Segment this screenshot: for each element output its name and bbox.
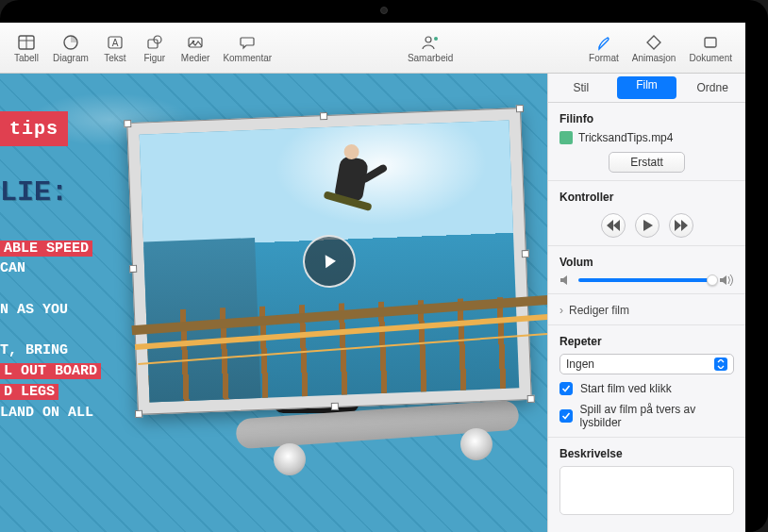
play-button[interactable] xyxy=(635,213,659,238)
fileinfo-row: TricksandTips.mp4 xyxy=(559,131,734,144)
rewind-button[interactable] xyxy=(601,213,626,238)
filename: TricksandTips.mp4 xyxy=(578,131,673,144)
resize-handle[interactable] xyxy=(331,403,339,410)
section-volume: Volum xyxy=(548,246,745,294)
toolbar-label: Diagram xyxy=(53,53,89,63)
svg-rect-6 xyxy=(148,40,158,48)
toolbar-diagram[interactable]: Diagram xyxy=(47,29,94,66)
video-object[interactable] xyxy=(126,108,532,415)
toolbar-format[interactable]: Format xyxy=(583,29,625,66)
volume-max-icon xyxy=(719,274,734,286)
diamond-icon xyxy=(643,32,664,53)
media-icon xyxy=(185,32,206,53)
toolbar-medier[interactable]: Medier xyxy=(175,29,216,66)
toolbar-figur[interactable]: Figur xyxy=(136,29,174,66)
device-frame: Tabell Diagram A Tekst Figur xyxy=(0,0,768,532)
resize-handle[interactable] xyxy=(522,250,529,258)
replace-button[interactable]: Erstatt xyxy=(609,152,685,173)
toolbar-label: Samarbeid xyxy=(408,53,453,63)
slide-canvas[interactable]: tips LIE: ABLE SPEED CAN N AS YOU T, BRI… xyxy=(0,74,547,532)
svg-rect-12 xyxy=(705,38,716,47)
app-window: Tabell Diagram A Tekst Figur xyxy=(0,23,745,532)
select-caret-icon xyxy=(714,357,727,371)
toolbar-label: Kommentar xyxy=(223,53,272,63)
repeat-value: Ingen xyxy=(566,357,594,371)
section-repeat: Repeter Ingen Start film ved klikk xyxy=(548,325,745,438)
resize-handle[interactable] xyxy=(129,265,137,273)
description-title: Beskrivelse xyxy=(559,447,734,460)
toolbar-tabell[interactable]: Tabell xyxy=(8,29,45,66)
toolbar-animasjon[interactable]: Animasjon xyxy=(626,29,682,66)
camera-notch xyxy=(380,7,388,14)
section-controls: Kontroller xyxy=(548,181,745,246)
file-icon xyxy=(559,131,573,144)
volume-min-icon xyxy=(559,274,573,286)
main-toolbar: Tabell Diagram A Tekst Figur xyxy=(0,23,745,74)
fastforward-button[interactable] xyxy=(669,213,693,238)
resize-handle[interactable] xyxy=(527,395,535,403)
svg-point-10 xyxy=(426,37,431,42)
tab-film[interactable]: Film xyxy=(617,76,677,99)
tab-stil[interactable]: Stil xyxy=(551,76,611,99)
resize-handle[interactable] xyxy=(135,410,142,418)
controls-title: Kontroller xyxy=(559,191,734,204)
checkbox-play-across[interactable]: Spill av film på tvers av lysbilder xyxy=(559,403,734,429)
doc-icon xyxy=(700,32,721,53)
main-area: tips LIE: ABLE SPEED CAN N AS YOU T, BRI… xyxy=(0,74,745,532)
volume-title: Volum xyxy=(559,256,734,269)
toolbar-dokument[interactable]: Dokument xyxy=(683,29,738,66)
toolbar-samarbeid[interactable]: Samarbeid xyxy=(402,29,459,66)
checkbox-icon xyxy=(559,382,573,395)
edit-movie-disclosure[interactable]: Rediger film xyxy=(559,304,734,317)
toolbar-kommentar[interactable]: Kommentar xyxy=(217,29,277,66)
section-description: Beskrivelse xyxy=(548,438,745,523)
svg-text:A: A xyxy=(111,38,118,48)
slider-thumb[interactable] xyxy=(707,274,718,286)
tips-badge: tips xyxy=(0,111,68,146)
shape-icon xyxy=(144,32,165,53)
svg-point-11 xyxy=(434,37,438,41)
checkbox-label: Start film ved klikk xyxy=(580,382,672,395)
collab-icon xyxy=(420,32,441,53)
resize-handle[interactable] xyxy=(124,120,131,127)
toolbar-label: Animasjon xyxy=(632,53,676,63)
volume-slider[interactable] xyxy=(578,278,713,282)
checkbox-icon xyxy=(559,409,573,423)
resize-handle[interactable] xyxy=(320,112,327,120)
section-fileinfo: Filinfo TricksandTips.mp4 Erstatt xyxy=(548,103,745,181)
tab-ordne[interactable]: Ordne xyxy=(682,76,743,99)
toolbar-label: Tekst xyxy=(104,53,125,63)
description-textarea[interactable] xyxy=(559,466,734,515)
repeat-select[interactable]: Ingen xyxy=(559,354,734,374)
inspector-tabs: Stil Film Ordne xyxy=(548,74,745,103)
checkbox-label: Spill av film på tvers av lysbilder xyxy=(580,403,734,429)
comment-icon xyxy=(237,32,258,53)
checkbox-start-on-click[interactable]: Start film ved klikk xyxy=(559,382,734,395)
text-icon: A xyxy=(105,32,125,53)
section-editmovie: Rediger film xyxy=(548,294,745,325)
resize-handle[interactable] xyxy=(516,105,524,112)
toolbar-label: Dokument xyxy=(689,53,732,63)
toolbar-label: Format xyxy=(589,53,619,63)
brush-icon xyxy=(593,32,614,53)
toolbar-tekst[interactable]: A Tekst xyxy=(96,29,134,66)
table-icon xyxy=(16,32,37,53)
toolbar-label: Tabell xyxy=(14,53,39,63)
fileinfo-title: Filinfo xyxy=(559,112,734,125)
chart-icon xyxy=(60,32,81,53)
repeat-title: Repeter xyxy=(559,335,734,348)
format-inspector: Stil Film Ordne Filinfo TricksandTips.mp… xyxy=(547,74,745,532)
toolbar-label: Medier xyxy=(181,53,210,63)
toolbar-label: Figur xyxy=(143,53,165,63)
